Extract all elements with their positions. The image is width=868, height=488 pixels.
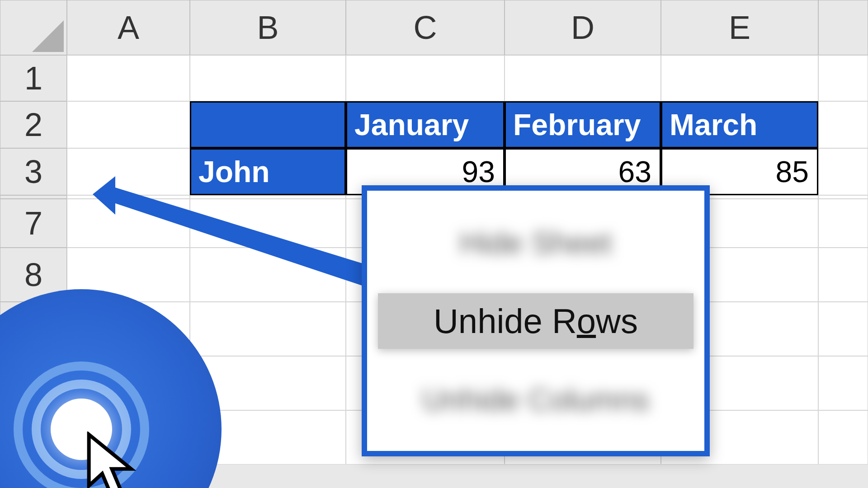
- cell-f10[interactable]: [818, 356, 868, 410]
- col-header-overflow[interactable]: [818, 0, 868, 55]
- hidden-rows-gap[interactable]: [0, 195, 67, 199]
- col-header-e[interactable]: E: [661, 0, 818, 55]
- col-header-c[interactable]: C: [346, 0, 505, 55]
- cell-b9[interactable]: [190, 302, 346, 356]
- cell-f11[interactable]: [818, 410, 868, 465]
- cell-f9[interactable]: [818, 302, 868, 356]
- cell-e1[interactable]: [661, 55, 818, 101]
- menu-item-hide-sheet[interactable]: Hide Sheet: [378, 217, 693, 268]
- menu-text-accel: o: [577, 302, 596, 340]
- row-header-3[interactable]: 3: [0, 148, 67, 195]
- hidden-gap-f: [818, 195, 868, 199]
- context-menu-callout: Hide Sheet Unhide Rows Unhide Columns: [362, 185, 710, 456]
- menu-item-unhide-rows[interactable]: Unhide Rows: [378, 293, 693, 349]
- cell-a3[interactable]: [67, 148, 190, 195]
- col-header-a[interactable]: A: [67, 0, 190, 55]
- target-rings-icon: [14, 361, 149, 488]
- hidden-gap-b: [190, 195, 346, 199]
- cell-f1[interactable]: [818, 55, 868, 101]
- row-header-7[interactable]: 7: [0, 199, 67, 248]
- select-all-corner[interactable]: [0, 0, 67, 55]
- cursor-arrow-icon: [81, 432, 145, 488]
- cell-f8[interactable]: [818, 248, 868, 302]
- cell-b3-name[interactable]: John: [190, 148, 346, 195]
- cell-d1[interactable]: [505, 55, 661, 101]
- cell-f7[interactable]: [818, 199, 868, 248]
- cell-d2-month[interactable]: February: [505, 101, 661, 148]
- hidden-gap-a: [67, 195, 190, 199]
- cell-a7[interactable]: [67, 199, 190, 248]
- menu-text-post: ws: [596, 302, 638, 340]
- menu-text-pre: Unhide R: [434, 302, 577, 340]
- cell-c2-month[interactable]: January: [346, 101, 505, 148]
- cell-a1[interactable]: [67, 55, 190, 101]
- cell-b1[interactable]: [190, 55, 346, 101]
- cell-e2-month[interactable]: March: [661, 101, 818, 148]
- row-header-2[interactable]: 2: [0, 101, 67, 148]
- cell-b2-header-blank[interactable]: [190, 101, 346, 148]
- cell-a2[interactable]: [67, 101, 190, 148]
- cell-b7[interactable]: [190, 199, 346, 248]
- cell-f2[interactable]: [818, 101, 868, 148]
- cell-f3[interactable]: [818, 148, 868, 195]
- col-header-b[interactable]: B: [190, 0, 346, 55]
- spreadsheet-area: A B C D E 1 2 January February March 3 J…: [0, 0, 868, 488]
- cell-b8[interactable]: [190, 248, 346, 302]
- menu-item-unhide-columns[interactable]: Unhide Columns: [378, 374, 693, 425]
- cell-c1[interactable]: [346, 55, 505, 101]
- row-header-1[interactable]: 1: [0, 55, 67, 101]
- col-header-d[interactable]: D: [505, 0, 661, 55]
